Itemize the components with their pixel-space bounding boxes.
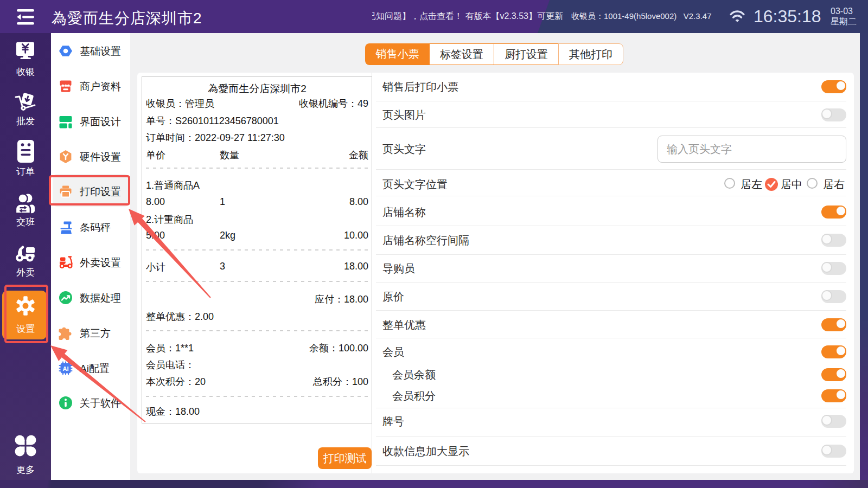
svg-text:AI: AI: [63, 365, 69, 372]
